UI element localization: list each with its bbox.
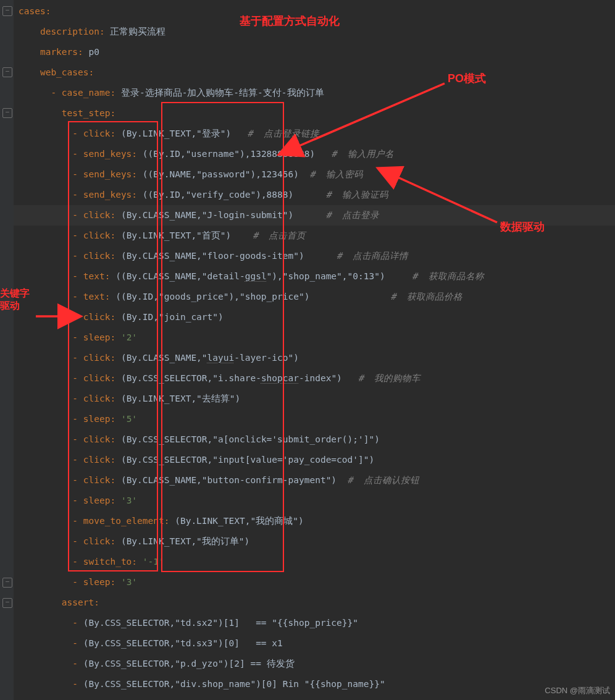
code-line: - case_name: 登录-选择商品-加入购物车-结算-支付-我的订单 xyxy=(14,83,615,103)
fold-icon: − xyxy=(2,598,12,608)
code-line: - click: (By.LINK_TEXT,"首页") # 点击首页 xyxy=(14,226,615,246)
code-line: cases: xyxy=(14,1,615,22)
code-line: - sleep: '5' xyxy=(14,409,615,429)
code-line: - click: (By.LINK_TEXT,"登录") # 点击登录链接 xyxy=(14,124,615,144)
fold-icon: − xyxy=(2,6,12,16)
code-line: - click: (By.CLASS_NAME,"floor-goods-ite… xyxy=(14,246,615,266)
code-line: markers: p0 xyxy=(14,42,615,62)
watermark: CSDN @雨滴测试 xyxy=(545,685,610,696)
code-line: - send_keys: ((By.ID,"username"),1328888… xyxy=(14,144,615,164)
code-line: - (By.CSS_SELECTOR,"p.d_yzo")[2] == 待发货 xyxy=(14,654,615,674)
code-line: - switch_to: '-1' xyxy=(14,552,615,572)
code-line: - (By.CSS_SELECTOR,"td.sx3")[0] == x1 xyxy=(14,633,615,654)
code-line: - click: (By.CSS_SELECTOR,"i.share-shopc… xyxy=(14,368,615,389)
code-line: - sleep: '3' xyxy=(14,491,615,511)
code-line: - click: (By.ID,"join_cart") xyxy=(14,307,615,327)
code-line: - move_to_element: (By.LINK_TEXT,"我的商城") xyxy=(14,511,615,531)
fold-icon: − xyxy=(2,108,12,118)
code-line: - text: ((By.ID,"goods_price"),"shop_pri… xyxy=(14,287,615,307)
code-line: - click: (By.CLASS_NAME,"J-login-submit"… xyxy=(14,205,615,226)
code-line: description: 正常购买流程 xyxy=(14,22,615,42)
code-line: - send_keys: ((By.ID,"verify_code"),8888… xyxy=(14,185,615,205)
code-line: - text: ((By.CLASS_NAME,"detail-ggsl"),"… xyxy=(14,266,615,287)
code-line: - sleep: '3' xyxy=(14,572,615,592)
editor-gutter: − − − − − xyxy=(0,0,14,700)
code-line: - click: (By.CLASS_NAME,"button-confirm-… xyxy=(14,470,615,491)
code-line: - sleep: '2' xyxy=(14,327,615,348)
code-line: - click: (By.LINK_TEXT,"我的订单") xyxy=(14,531,615,552)
code-line: - (By.CSS_SELECTOR,"td.sx2")[1] == "{{sh… xyxy=(14,613,615,633)
code-line: - click: (By.LINK_TEXT,"去结算") xyxy=(14,389,615,409)
code-line: web_cases: xyxy=(14,62,615,83)
code-line: assert: xyxy=(14,592,615,613)
code-line: test_step: xyxy=(14,103,615,124)
code-line: - click: (By.CLASS_NAME,"layui-layer-ico… xyxy=(14,348,615,368)
code-editor: cases: description: 正常购买流程 markers: p0 w… xyxy=(14,0,615,694)
code-line: - send_keys: ((By.NAME,"password"),12345… xyxy=(14,164,615,185)
code-line: - click: (By.CSS_SELECTOR,"a[onclick='su… xyxy=(14,429,615,450)
code-line: - (By.CSS_SELECTOR,"div.shop_name")[0] R… xyxy=(14,674,615,694)
code-line: - click: (By.CSS_SELECTOR,"input[value='… xyxy=(14,450,615,470)
fold-icon: − xyxy=(2,67,12,77)
fold-icon: − xyxy=(2,578,12,588)
